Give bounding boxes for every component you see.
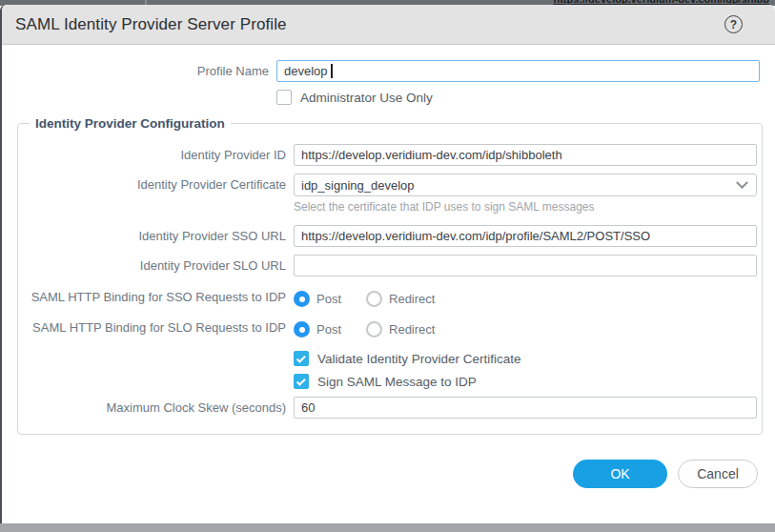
checkmark-icon <box>296 376 305 385</box>
slo-binding-post-option[interactable]: Post <box>294 321 341 338</box>
dialog-title: SAML Identity Provider Server Profile <box>15 15 724 34</box>
idp-id-label: Identity Provider ID <box>18 144 294 163</box>
idp-certificate-value: idp_signing_develop <box>301 178 738 193</box>
chevron-down-icon <box>736 176 748 189</box>
sso-binding-post-option[interactable]: Post <box>294 291 341 307</box>
slo-url-row: Identity Provider SLO URL <box>18 255 762 276</box>
sign-saml-checkbox-row[interactable]: Sign SAML Message to IDP <box>294 374 757 389</box>
sign-saml-checkbox[interactable] <box>294 374 309 389</box>
sign-saml-row: Sign SAML Message to IDP <box>18 374 762 389</box>
sso-binding-post-label: Post <box>316 292 341 306</box>
checkmark-icon <box>296 353 305 362</box>
admin-use-only-row: Administrator Use Only <box>2 90 775 105</box>
profile-name-input[interactable] <box>276 60 760 82</box>
idp-certificate-row: Identity Provider Certificate idp_signin… <box>18 174 762 214</box>
sso-binding-label: SAML HTTP Binding for SSO Requests to ID… <box>18 288 294 305</box>
slo-binding-redirect-label: Redirect <box>389 322 435 337</box>
profile-name-label: Profile Name <box>2 60 276 79</box>
sso-binding-radio-group: Post Redirect <box>294 288 757 307</box>
radio-selected-icon[interactable] <box>294 321 310 338</box>
validate-cert-checkbox[interactable] <box>294 351 309 366</box>
radio-selected-icon[interactable] <box>294 291 310 307</box>
identity-provider-configuration-section: Identity Provider Configuration Identity… <box>17 116 763 435</box>
slo-binding-post-label: Post <box>316 322 341 337</box>
slo-url-input[interactable] <box>294 255 757 276</box>
admin-use-only-checkbox[interactable] <box>276 90 292 105</box>
dialog-titlebar: SAML Identity Provider Server Profile ? <box>2 5 775 45</box>
clock-skew-row: Maximum Clock Skew (seconds) <box>18 397 762 419</box>
radio-unselected-icon[interactable] <box>366 291 382 307</box>
validate-cert-row: Validate Identity Provider Certificate <box>18 351 762 366</box>
dialog-body: Profile Name Administrator Use Only Iden… <box>2 45 775 488</box>
sso-binding-row: SAML HTTP Binding for SSO Requests to ID… <box>18 288 762 307</box>
help-icon[interactable]: ? <box>724 15 743 33</box>
sso-binding-redirect-option[interactable]: Redirect <box>366 291 435 307</box>
dialog-actions: OK Cancel <box>2 435 775 488</box>
slo-binding-redirect-option[interactable]: Redirect <box>366 321 435 338</box>
profile-name-row: Profile Name <box>2 60 775 82</box>
sign-saml-label: Sign SAML Message to IDP <box>317 375 477 389</box>
background-page-strip-bottom <box>0 523 775 532</box>
cancel-button[interactable]: Cancel <box>678 460 758 488</box>
clock-skew-label: Maximum Clock Skew (seconds) <box>18 397 294 416</box>
validate-cert-label: Validate Identity Provider Certificate <box>317 352 521 366</box>
sso-binding-redirect-label: Redirect <box>389 292 435 306</box>
slo-binding-row: SAML HTTP Binding for SLO Requests to ID… <box>18 318 762 338</box>
admin-use-only-label: Administrator Use Only <box>300 91 433 105</box>
idp-certificate-label: Identity Provider Certificate <box>18 174 294 193</box>
saml-idp-profile-dialog: SAML Identity Provider Server Profile ? … <box>0 5 775 523</box>
slo-url-label: Identity Provider SLO URL <box>18 255 294 274</box>
sso-url-row: Identity Provider SSO URL <box>18 225 762 247</box>
idp-id-input[interactable] <box>294 144 757 166</box>
idp-certificate-help-text: Select the certificate that IDP uses to … <box>294 196 757 214</box>
sso-url-input[interactable] <box>294 225 757 247</box>
validate-cert-checkbox-row[interactable]: Validate Identity Provider Certificate <box>294 351 757 366</box>
clock-skew-input[interactable] <box>294 397 757 419</box>
idp-id-row: Identity Provider ID <box>18 144 762 166</box>
slo-binding-radio-group: Post Redirect <box>294 318 757 338</box>
slo-binding-label: SAML HTTP Binding for SLO Requests to ID… <box>18 318 294 336</box>
sso-url-label: Identity Provider SSO URL <box>18 225 294 244</box>
idp-certificate-select[interactable]: idp_signing_develop <box>294 174 757 196</box>
section-legend: Identity Provider Configuration <box>30 116 231 131</box>
admin-use-only-checkbox-row[interactable]: Administrator Use Only <box>276 90 760 105</box>
ok-button[interactable]: OK <box>573 460 667 488</box>
radio-unselected-icon[interactable] <box>366 321 382 338</box>
